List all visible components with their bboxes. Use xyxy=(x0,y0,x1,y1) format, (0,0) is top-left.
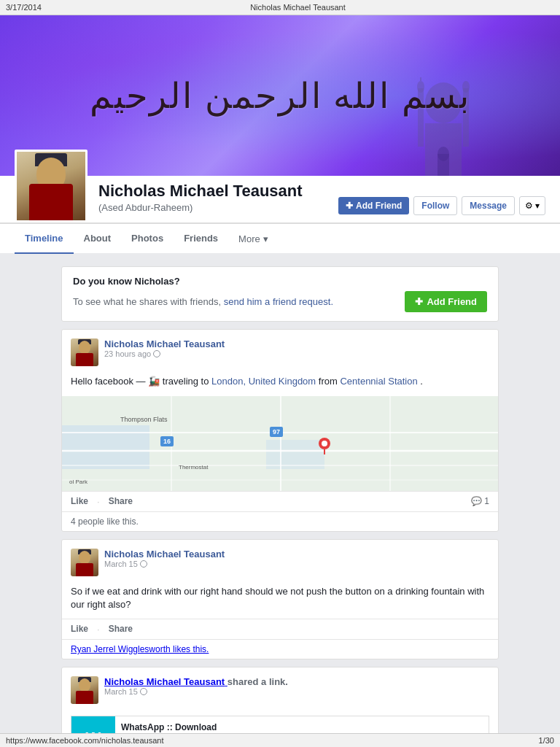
tab-friends[interactable]: Friends xyxy=(174,224,228,254)
post-meta-1: Nicholas Michael Teausant 23 hours ago xyxy=(104,338,489,358)
post-actions-2: Like · Share xyxy=(62,619,498,639)
profile-display-name: Nicholas Michael Teausant xyxy=(98,182,327,201)
gear-icon: ⚙ xyxy=(525,201,533,211)
svg-point-27 xyxy=(322,441,327,446)
friend-request-prompt: Do you know Nicholas? To see what he sha… xyxy=(61,266,499,322)
profile-nav: Timeline About Photos Friends More ▾ xyxy=(0,223,560,253)
post-action-left-1: Like · Share xyxy=(71,496,133,507)
privacy-globe-icon-3 xyxy=(140,688,147,695)
gear-dropdown-button[interactable]: ⚙ ▾ xyxy=(519,196,545,215)
post-card-1: Nicholas Michael Teausant 23 hours ago H… xyxy=(61,329,499,531)
profile-info-bar: Nicholas Michael Teausant (Ased Abdur-Ra… xyxy=(0,176,560,223)
tab-more[interactable]: More ▾ xyxy=(228,225,279,253)
post-avatar-2[interactable] xyxy=(71,549,98,576)
liker-link-2[interactable]: Ryan Jerrel Wigglesworth likes this. xyxy=(71,644,209,654)
message-button[interactable]: Message xyxy=(462,196,515,215)
privacy-globe-icon-1 xyxy=(153,350,160,357)
like-button-2[interactable]: Like xyxy=(71,624,88,635)
post-avatar-face-2 xyxy=(79,551,90,564)
post-body-2: So if we eat and drink with our right ha… xyxy=(62,582,498,619)
share-button-2[interactable]: Share xyxy=(109,624,133,635)
svg-text:16: 16 xyxy=(163,438,171,445)
profile-actions: ✚ Add Friend Follow Message ⚙ ▾ xyxy=(338,196,545,222)
svg-text:Thermostat: Thermostat xyxy=(179,464,209,471)
post-author-link-3[interactable]: Nicholas Michael Teausant xyxy=(104,676,228,687)
add-friend-green-button[interactable]: ✚ Add Friend xyxy=(405,291,487,312)
arabic-calligraphy: بسم الله الرحمن الرحيم xyxy=(90,75,470,116)
tab-timeline[interactable]: Timeline xyxy=(15,224,74,254)
browser-bottom-bar: https://www.facebook.com/nicholas.teausa… xyxy=(0,733,560,747)
svg-text:ol Park: ol Park xyxy=(69,479,88,485)
shared-label-3: shared a link. xyxy=(228,676,288,687)
profile-header: بسم الله الرحمن الرحيم Nicholas Michael … xyxy=(0,15,560,253)
post-time-3: March 15 xyxy=(104,687,489,696)
svg-rect-8 xyxy=(438,154,449,176)
comment-count-1: 💬 1 xyxy=(471,496,489,506)
avatar-img xyxy=(17,152,85,220)
profile-name-area: Nicholas Michael Teausant (Ased Abdur-Ra… xyxy=(88,176,338,219)
post-header-1: Nicholas Michael Teausant 23 hours ago xyxy=(62,330,498,372)
post-body-1: Hello facebook — 🚂 traveling to London, … xyxy=(62,372,498,395)
post-time-2: March 15 xyxy=(104,560,489,568)
svg-text:97: 97 xyxy=(273,428,280,436)
more-chevron-icon: ▾ xyxy=(263,233,268,244)
friend-prompt-title: Do you know Nicholas? xyxy=(73,276,487,287)
post-meta-3: Nicholas Michael Teausant shared a link.… xyxy=(104,676,489,696)
post-author-1[interactable]: Nicholas Michael Teausant xyxy=(104,338,489,349)
tab-photos[interactable]: Photos xyxy=(121,224,174,254)
post-author-3: Nicholas Michael Teausant shared a link. xyxy=(104,676,489,687)
add-friend-button[interactable]: ✚ Add Friend xyxy=(338,197,409,214)
post-location-link-1[interactable]: London, United Kingdom xyxy=(211,376,319,387)
page-container: بسم الله الرحمن الرحيم Nicholas Michael … xyxy=(0,15,560,747)
svg-text:Thompson Flats: Thompson Flats xyxy=(120,416,168,423)
post-map-1: Thompson Flats ol Park Thermostat 16 97 xyxy=(62,396,498,491)
shared-link-title-3: WhatsApp :: Download xyxy=(121,722,483,732)
post-avatar-1[interactable] xyxy=(71,338,98,366)
post-author-2[interactable]: Nicholas Michael Teausant xyxy=(104,549,489,560)
post-meta-2: Nicholas Michael Teausant March 15 xyxy=(104,549,489,568)
share-button-1[interactable]: Share xyxy=(109,496,133,507)
post-actions-1: Like · Share 💬 1 xyxy=(62,491,498,511)
post-origin-link-1[interactable]: Centennial Station xyxy=(340,376,420,387)
post-avatar-3[interactable] xyxy=(71,676,98,704)
add-icon: ✚ xyxy=(415,296,423,307)
like-button-1[interactable]: Like xyxy=(71,496,88,507)
browser-page-title: Nicholas Michael Teausant xyxy=(250,3,346,12)
post-time-1: 23 hours ago xyxy=(104,349,489,358)
friend-request-link[interactable]: send him a friend request. xyxy=(224,296,333,307)
main-content: Do you know Nicholas? To see what he sha… xyxy=(47,259,513,747)
browser-top-bar: 3/17/2014 Nicholas Michael Teausant xyxy=(0,0,560,15)
post-likes-2: Ryan Jerrel Wigglesworth likes this. xyxy=(62,639,498,659)
comment-icon-1: 💬 xyxy=(471,496,482,506)
post-avatar-face-3 xyxy=(79,678,90,692)
post-likes-1: 4 people like this. xyxy=(62,511,498,531)
post-action-left-2: Like · Share xyxy=(71,624,133,635)
chevron-down-icon: ▾ xyxy=(535,201,540,211)
svg-rect-11 xyxy=(266,440,324,469)
friend-prompt-row: To see what he shares with friends, send… xyxy=(73,291,487,312)
profile-aka: (Ased Abdur-Raheem) xyxy=(98,202,327,213)
browser-url: https://www.facebook.com/nicholas.teausa… xyxy=(6,736,163,745)
profile-avatar xyxy=(15,150,88,222)
add-friend-icon: ✚ xyxy=(346,201,353,211)
tab-about[interactable]: About xyxy=(74,224,122,254)
follow-button[interactable]: Follow xyxy=(413,196,457,215)
browser-page-count: 1/30 xyxy=(539,736,554,745)
map-svg-1: Thompson Flats ol Park Thermostat 16 97 xyxy=(62,396,498,491)
post-header-2: Nicholas Michael Teausant March 15 xyxy=(62,540,498,582)
post-avatar-face-1 xyxy=(79,341,90,354)
privacy-globe-icon-2 xyxy=(140,560,147,568)
post-header-3: Nicholas Michael Teausant shared a link.… xyxy=(62,667,498,710)
friend-prompt-text: To see what he shares with friends, send… xyxy=(73,296,333,307)
post-card-2: Nicholas Michael Teausant March 15 So if… xyxy=(61,539,499,659)
browser-date: 3/17/2014 xyxy=(6,3,42,12)
